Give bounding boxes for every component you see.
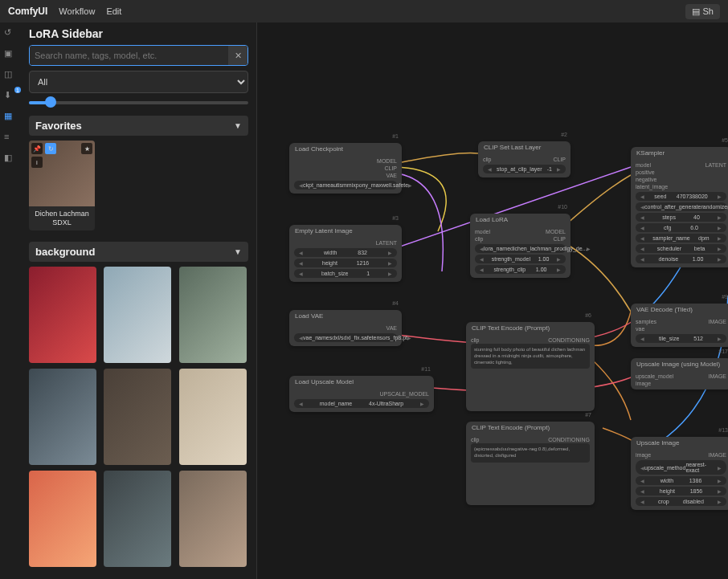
strength-model-control[interactable]: ◀strength_model1.00▶ [475, 255, 566, 263]
view-icon[interactable]: ◧ [4, 153, 17, 165]
favorite-thumbnail: 📌 ↻ ★ i [29, 141, 95, 206]
node-clip-text-encode-positive[interactable]: #6 CLIP Text Encode (Prompt) clipCONDITI… [466, 322, 595, 411]
app-logo: ComfyUI [8, 6, 47, 17]
node-empty-latent[interactable]: #3 Empty Latent Image LATENT ◀width832▶ … [289, 225, 402, 282]
menu-workflow[interactable]: Workflow [59, 6, 95, 16]
node-title: Upscale Image (using Model) [631, 358, 728, 370]
favorites-header[interactable]: Favorites ▼ [29, 116, 248, 136]
tile-size-control[interactable]: ◀tile_size512▶ [636, 334, 726, 343]
ckpt-name-control[interactable]: ◀ckpt_nameautismmixpony_maxwell.safete▶ [294, 181, 397, 190]
favorite-card[interactable]: 📌 ↻ ★ i Dichen Lachman SDXL [29, 141, 95, 230]
lora-thumbnail[interactable] [104, 267, 171, 363]
prompt-text[interactable]: (epicnessabduulnegative-neg:0.8),deforme… [471, 443, 590, 463]
share-button[interactable]: ▤ Sh [685, 4, 720, 19]
node-title: CLIP Text Encode (Prompt) [466, 422, 595, 434]
history-icon[interactable]: ↺ [4, 27, 17, 40]
lora-thumbnail[interactable] [29, 267, 96, 363]
node-clip-set-last-layer[interactable]: #2 CLIP Set Last Layer clipCLIP ◀stop_at… [478, 141, 571, 177]
node-clip-text-encode-negative[interactable]: #7 CLIP Text Encode (Prompt) clipCONDITI… [466, 422, 595, 505]
lora-name-control[interactable]: ◀lora_namedichen_lachman_prodigy_de...▶ [475, 244, 566, 253]
steps-control[interactable]: ◀steps40▶ [636, 213, 726, 222]
chevron-down-icon: ▼ [234, 247, 242, 256]
stop-layer-control[interactable]: ◀stop_at_clip_layer-1▶ [483, 165, 566, 173]
node-id-tag: #6 [585, 312, 591, 318]
node-title: Load LoRA [470, 214, 571, 226]
upscale-method-control[interactable]: ◀upscale_methodnearest-exact▶ [636, 460, 726, 475]
scheduler-control[interactable]: ◀schedulerbeta▶ [636, 244, 726, 253]
seed-control[interactable]: ◀seed4707388020▶ [636, 192, 726, 201]
node-title: KSampler [631, 147, 728, 159]
lora-thumbnail[interactable] [179, 267, 247, 363]
sampler-control[interactable]: ◀sampler_namedpm▶ [636, 234, 726, 243]
node-id-tag: #9 [722, 294, 728, 300]
node-title: CLIP Text Encode (Prompt) [466, 322, 595, 334]
zoom-slider[interactable] [29, 101, 248, 104]
vae-name-control[interactable]: ◀vae_namesdxl/sdxl_fix.safetensors_fp8.p… [294, 333, 397, 342]
node-id-tag: #11 [421, 366, 431, 372]
lora-thumbnail[interactable] [104, 369, 171, 465]
node-title: Empty Latent Image [289, 225, 402, 237]
box-icon[interactable]: ◫ [4, 69, 17, 82]
node-id-tag: #3 [392, 215, 399, 221]
node-canvas[interactable]: #1 Load Checkpoint MODEL CLIP VAE ◀ckpt_… [257, 22, 728, 579]
node-load-upscale-model[interactable]: #11 Load Upscale Model UPSCALE_MODEL ◀mo… [289, 376, 434, 412]
sidebar-title: LoRA Sidebar [29, 27, 248, 40]
chevron-down-icon: ▼ [234, 121, 242, 130]
node-load-lora[interactable]: #10 Load LoRA modelMODEL clipCLIP ◀lora_… [470, 214, 571, 278]
node-id-tag: #2 [561, 132, 567, 137]
star-icon[interactable]: ★ [81, 143, 92, 154]
width-control[interactable]: ◀width1386▶ [636, 476, 726, 485]
node-title: Upscale Image [631, 437, 728, 449]
download-badge: 1 [14, 87, 21, 93]
ctrl-after-control[interactable]: ◀control_after_generaterandomize▶ [636, 202, 726, 211]
crop-control[interactable]: ◀cropdisabled▶ [636, 497, 726, 506]
left-icon-bar: ↺ ▣ ◫ ⬇1 ▦ ≡ ◧ [0, 22, 21, 579]
menu-icon[interactable]: ≡ [4, 132, 17, 145]
node-title: CLIP Set Last Layer [478, 141, 571, 153]
lora-thumbnail[interactable] [29, 471, 96, 567]
model-name-control[interactable]: ◀model_name4x-UltraSharp▶ [294, 399, 429, 408]
info-icon[interactable]: i [31, 157, 43, 168]
file-icon[interactable]: ▣ [4, 48, 17, 61]
lora-thumbnail[interactable] [179, 471, 247, 567]
lora-sidebar: LoRA Sidebar ✕ All Favorites ▼ 📌 ↻ ★ i [21, 22, 257, 579]
cfg-control[interactable]: ◀cfg6.0▶ [636, 223, 726, 232]
node-title: VAE Decode (Tiled) [631, 304, 728, 316]
batch-control[interactable]: ◀batch_size1▶ [294, 269, 397, 278]
node-id-tag: #1 [392, 133, 399, 139]
node-upscale-image-model[interactable]: #17 Upscale Image (using Model) upscale_… [631, 358, 728, 389]
height-control[interactable]: ◀height1856▶ [636, 487, 726, 495]
lora-thumbnail[interactable] [104, 471, 171, 567]
clear-search-button[interactable]: ✕ [228, 46, 247, 65]
width-control[interactable]: ◀width832▶ [294, 248, 397, 257]
background-header[interactable]: background ▼ [29, 242, 248, 262]
node-vae-decode[interactable]: #9 VAE Decode (Tiled) samplesIMAGE vae ◀… [631, 304, 728, 347]
node-load-vae[interactable]: #4 Load VAE VAE ◀vae_namesdxl/sdxl_fix.s… [289, 310, 402, 346]
node-upscale-image[interactable]: #13 Upscale Image imageIMAGE ◀upscale_me… [631, 437, 728, 510]
gallery-icon[interactable]: ▦ [4, 111, 17, 124]
favorite-label: Dichen Lachman SDXL [29, 206, 95, 230]
filter-dropdown[interactable]: All [29, 71, 248, 93]
node-id-tag: #4 [392, 300, 399, 306]
search-input[interactable] [30, 46, 228, 65]
node-id-tag: #17 [718, 349, 728, 354]
height-control[interactable]: ◀height1216▶ [294, 259, 397, 267]
strength-clip-control[interactable]: ◀strength_clip1.00▶ [475, 265, 566, 274]
node-id-tag: #5 [722, 137, 728, 143]
refresh-icon[interactable]: ↻ [45, 143, 56, 154]
share-icon: ▤ [692, 6, 700, 17]
menu-edit[interactable]: Edit [106, 6, 121, 16]
pin-icon[interactable]: 📌 [31, 143, 43, 154]
node-title: Load Checkpoint [289, 143, 402, 155]
node-id-tag: #13 [718, 427, 728, 433]
search-wrap: ✕ [29, 45, 248, 66]
node-load-checkpoint[interactable]: #1 Load Checkpoint MODEL CLIP VAE ◀ckpt_… [289, 143, 402, 194]
lora-thumbnail[interactable] [179, 369, 247, 465]
node-title: Load VAE [289, 310, 402, 322]
node-id-tag: #7 [585, 412, 591, 418]
prompt-text[interactable]: stunning full body photo of beautiful di… [471, 344, 590, 369]
node-ksampler[interactable]: #5 KSampler modelLATENT positive negativ… [631, 147, 728, 267]
lora-thumbnail[interactable] [29, 369, 96, 465]
download-icon[interactable]: ⬇1 [4, 90, 17, 103]
denoise-control[interactable]: ◀denoise1.00▶ [636, 255, 726, 263]
